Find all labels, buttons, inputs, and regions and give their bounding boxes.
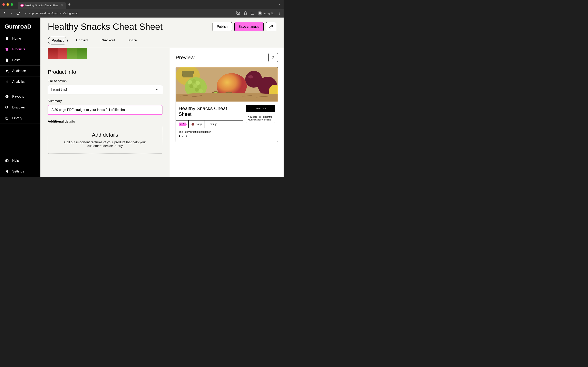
sidebar-item-settings[interactable]: Settings bbox=[0, 166, 40, 177]
svg-rect-16 bbox=[7, 81, 7, 83]
sidebar-item-label: Home bbox=[12, 37, 21, 40]
panel-icon[interactable] bbox=[251, 11, 254, 15]
sidebar-item-label: Library bbox=[12, 117, 22, 120]
header: Healthy Snacks Cheat Sheet Publish Save … bbox=[40, 17, 284, 48]
svg-point-14 bbox=[7, 70, 8, 71]
back-button[interactable] bbox=[2, 11, 6, 15]
preview-description: This is my product description A pdf of bbox=[176, 128, 243, 142]
minimize-window-icon[interactable] bbox=[7, 3, 9, 6]
maximize-window-icon[interactable] bbox=[11, 3, 13, 6]
favicon-icon: G bbox=[20, 4, 24, 7]
sidebar-item-audience[interactable]: Audience bbox=[0, 66, 40, 76]
link-icon bbox=[269, 25, 273, 29]
details-box[interactable]: Add details Call out important features … bbox=[48, 126, 162, 154]
preview-cta-button[interactable]: I want this! bbox=[246, 105, 275, 112]
open-preview-button[interactable] bbox=[268, 53, 278, 62]
svg-rect-11 bbox=[6, 37, 8, 38]
url-text: app.gumroad.com/products/xdpgv/edit bbox=[29, 12, 78, 15]
svg-line-25 bbox=[272, 57, 274, 58]
sidebar-item-discover[interactable]: Discover bbox=[0, 102, 40, 113]
page-title: Healthy Snacks Cheat Sheet bbox=[48, 22, 163, 32]
editor-pane: Product info Call to action I want this!… bbox=[40, 48, 170, 177]
svg-rect-15 bbox=[6, 82, 6, 83]
svg-rect-17 bbox=[8, 81, 8, 83]
browser-chrome: G Healthy Snacks Cheat Sheet ✕ + app.gum… bbox=[0, 0, 284, 17]
svg-point-13 bbox=[6, 70, 7, 71]
reload-button[interactable] bbox=[16, 11, 20, 15]
browser-tab[interactable]: G Healthy Snacks Cheat Sheet ✕ bbox=[18, 2, 66, 9]
cta-select[interactable]: I want this! bbox=[48, 85, 162, 94]
details-heading: Add details bbox=[57, 132, 153, 138]
svg-point-6 bbox=[260, 13, 261, 14]
address-bar[interactable]: app.gumroad.com/products/xdpgv/edit bbox=[23, 12, 233, 15]
bookmark-icon bbox=[5, 117, 9, 120]
help-icon bbox=[5, 159, 9, 162]
tabs-dropdown-icon[interactable] bbox=[278, 3, 281, 6]
summary-input[interactable] bbox=[48, 105, 162, 115]
incognito-badge[interactable]: Incognito bbox=[258, 11, 274, 16]
search-icon bbox=[5, 106, 9, 109]
svg-point-30 bbox=[192, 79, 196, 83]
svg-point-32 bbox=[190, 84, 194, 88]
eye-off-icon[interactable] bbox=[236, 11, 240, 15]
svg-rect-12 bbox=[6, 48, 8, 49]
tab-bar: G Healthy Snacks Cheat Sheet ✕ + bbox=[0, 0, 284, 9]
preview-heading: Preview bbox=[176, 54, 194, 61]
svg-point-41 bbox=[248, 75, 253, 78]
tab-content[interactable]: Content bbox=[72, 37, 92, 44]
sidebar-item-label: Analytics bbox=[12, 80, 25, 83]
tab-product[interactable]: Product bbox=[48, 37, 68, 44]
sidebar-item-home[interactable]: Home bbox=[0, 33, 40, 44]
sidebar-item-products[interactable]: Products bbox=[0, 44, 40, 55]
ratings-text: 0 ratings bbox=[205, 120, 220, 128]
new-tab-button[interactable]: + bbox=[68, 2, 71, 7]
sidebar-item-posts[interactable]: Posts bbox=[0, 55, 40, 66]
section-title: Product info bbox=[48, 69, 162, 75]
svg-point-7 bbox=[279, 12, 280, 12]
details-label: Additional details bbox=[48, 120, 162, 123]
cta-value: I want this! bbox=[51, 88, 67, 92]
sidebar-item-payouts[interactable]: $ Payouts bbox=[0, 91, 40, 102]
close-tab-icon[interactable]: ✕ bbox=[61, 4, 63, 7]
svg-rect-24 bbox=[6, 160, 7, 162]
sidebar-item-analytics[interactable]: Analytics bbox=[0, 76, 40, 87]
tab-checkout[interactable]: Checkout bbox=[97, 37, 119, 44]
window-controls bbox=[2, 3, 13, 6]
svg-text:$: $ bbox=[6, 95, 8, 98]
svg-point-9 bbox=[279, 14, 280, 15]
menu-icon[interactable] bbox=[277, 11, 281, 15]
svg-point-29 bbox=[188, 80, 192, 84]
sidebar-item-label: Discover bbox=[12, 106, 25, 109]
sidebar-item-label: Help bbox=[12, 159, 19, 162]
svg-point-5 bbox=[259, 13, 260, 14]
sidebar-item-label: Posts bbox=[12, 58, 20, 62]
sidebar-item-help[interactable]: Help bbox=[0, 155, 40, 166]
archive-icon bbox=[5, 48, 9, 51]
close-window-icon[interactable] bbox=[2, 3, 5, 6]
details-sub: Call out important features of your prod… bbox=[57, 141, 153, 148]
product-thumbnail[interactable] bbox=[48, 48, 87, 59]
sidebar-item-label: Settings bbox=[12, 170, 24, 173]
app: GumroaD Home Products Posts Audience Ana… bbox=[0, 17, 284, 177]
svg-rect-10 bbox=[6, 38, 8, 40]
gear-icon bbox=[5, 170, 9, 173]
browser-toolbar: app.gumroad.com/products/xdpgv/edit Inco… bbox=[0, 9, 284, 17]
svg-rect-3 bbox=[251, 12, 254, 15]
author-link[interactable]: Daisy bbox=[189, 120, 205, 128]
svg-point-8 bbox=[279, 13, 280, 14]
sidebar-item-library[interactable]: Library bbox=[0, 113, 40, 124]
logo[interactable]: GumroaD bbox=[0, 17, 40, 33]
dollar-icon: $ bbox=[5, 95, 9, 99]
tab-share[interactable]: Share bbox=[124, 37, 140, 44]
publish-button[interactable]: Publish bbox=[213, 22, 232, 31]
sidebar: GumroaD Home Products Posts Audience Ana… bbox=[0, 17, 40, 177]
external-link-icon bbox=[271, 55, 275, 59]
forward-button[interactable] bbox=[9, 11, 13, 15]
link-button[interactable] bbox=[266, 22, 276, 31]
home-icon bbox=[5, 37, 9, 40]
avatar-icon bbox=[191, 123, 194, 125]
star-icon[interactable] bbox=[243, 11, 247, 15]
save-button[interactable]: Save changes bbox=[234, 22, 264, 31]
svg-line-21 bbox=[7, 108, 8, 109]
incognito-icon bbox=[258, 11, 262, 16]
